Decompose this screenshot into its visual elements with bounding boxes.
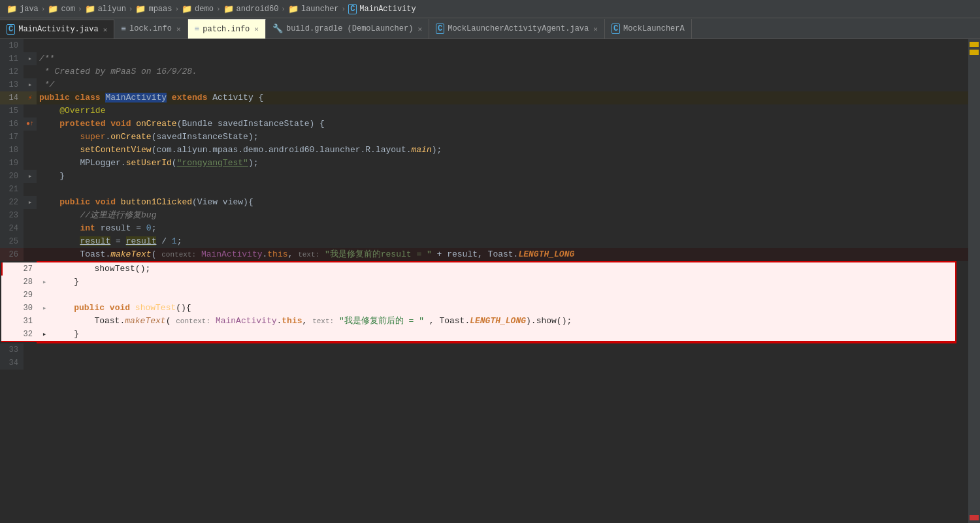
tab-close-button[interactable]: ✕ (417, 25, 422, 33)
tab-lockinfo[interactable]: ≡ lock.info ✕ (114, 19, 188, 39)
line-23: 23 //这里进行修复bug (0, 209, 968, 222)
scroll-marker-yellow (970, 42, 979, 47)
breadcrumb-android60[interactable]: android60 (237, 5, 279, 14)
tab-class-icon: C (612, 24, 620, 34)
line-12: 12 * Created by mPaaS on 16/9/28. (0, 65, 968, 78)
line-33: 33 (0, 343, 968, 357)
breadcrumb-aliyun[interactable]: aliyun (98, 5, 126, 14)
tab-buildgradle[interactable]: 🔧 build.gradle (DemoLauncher) ✕ (266, 19, 429, 39)
line-17: 17 super.onCreate(savedInstanceState); (0, 131, 968, 144)
editor-area: 10 11 ▸ /** 12 * Created by mPaaS on 16/… (0, 39, 968, 523)
tab-label: MockLauncherActivityAgent.java (448, 24, 589, 33)
folder-icon-6: 📁 (223, 4, 234, 14)
line-30: 30 ▸ public void showTest(){ (37, 302, 956, 315)
tab-mocklaunchera[interactable]: C MockLauncherA (605, 19, 692, 39)
line-13: 13 ▸ */ (0, 78, 968, 91)
line-20: 20 ▸ } (0, 170, 968, 183)
line-22: 22 ▸ public void button1Clicked(View vie… (0, 196, 968, 209)
line-15: 15 @Override (0, 104, 968, 118)
tab-close-button[interactable]: ✕ (254, 25, 259, 33)
line-16: 16 ●↑ protected void onCreate(Bundle sav… (0, 118, 968, 131)
line-34: 34 (0, 357, 968, 370)
folder-icon-3: 📁 (85, 4, 95, 14)
tab-class-icon: C (436, 24, 444, 34)
folder-icon-4: 📁 (135, 4, 146, 14)
breadcrumb-java[interactable]: java (20, 5, 39, 14)
tab-mainactivity[interactable]: C MainActivity.java ✕ (0, 20, 114, 39)
breadcrumb-mpaas[interactable]: mpaas (148, 5, 172, 14)
tab-label: MockLauncherA (623, 24, 685, 33)
line-31: 31 Toast.makeText( context: MainActivity… (37, 315, 956, 328)
line-27: 27 showTest(); (37, 261, 956, 276)
line-24: 24 int result = 0; (0, 222, 968, 235)
scroll-marker-yellow-2 (970, 50, 979, 55)
line-25: 25 result = result / 1; (0, 235, 968, 248)
tab-label: patch.info (203, 25, 250, 34)
breadcrumb-mainactivity[interactable]: MainActivity (359, 5, 416, 14)
breadcrumb-launcher[interactable]: launcher (301, 5, 339, 14)
folder-icon-2: 📁 (48, 4, 58, 14)
tab-bar: C MainActivity.java ✕ ≡ lock.info ✕ ≡ pa… (0, 18, 980, 39)
editor-layout: 10 11 ▸ /** 12 * Created by mPaaS on 16/… (0, 39, 980, 523)
tab-label: MainActivity.java (18, 25, 98, 34)
tab-close-button[interactable]: ✕ (103, 25, 108, 34)
line-29: 29 (37, 289, 956, 302)
line-26: 26 Toast.makeText( context: MainActivity… (0, 248, 968, 261)
tab-close-button[interactable]: ✕ (176, 25, 181, 33)
folder-icon-7: 📁 (288, 4, 299, 14)
breadcrumb: 📁 java › 📁 com › 📁 aliyun › 📁 mpaas › 📁 … (0, 0, 980, 18)
folder-icon-5: 📁 (182, 4, 192, 14)
line-28: 28 ▸ } (37, 276, 956, 289)
class-icon: C (348, 4, 357, 14)
folder-icon: 📁 (7, 4, 17, 14)
code-wrapper: 10 11 ▸ /** 12 * Created by mPaaS on 16/… (0, 39, 968, 523)
scrollbar-panel[interactable] (968, 39, 980, 523)
tab-class-icon: C (7, 24, 15, 35)
line-18: 18 setContentView(com.aliyun.mpaas.demo.… (0, 144, 968, 157)
tab-file-icon: ≡ (121, 24, 126, 34)
line-21: 21 (0, 183, 968, 196)
breadcrumb-demo[interactable]: demo (195, 5, 214, 14)
scroll-marker-red (970, 515, 979, 520)
tab-label: build.gradle (DemoLauncher) (286, 24, 413, 33)
line-19: 19 MPLogger.setUserId("rongyangTest"); (0, 157, 968, 170)
line-14: 14 ⚡ public class MainActivity extends A… (0, 91, 968, 104)
tab-mocklauncheragent[interactable]: C MockLauncherActivityAgent.java ✕ (429, 19, 605, 39)
tab-label: lock.info (129, 24, 172, 33)
line-10: 10 (0, 39, 968, 52)
line-32: 32 ▸ } (37, 328, 956, 343)
tab-patchinfo[interactable]: ≡ patch.info ✕ (188, 19, 266, 39)
tab-file-icon: ≡ (195, 24, 200, 34)
tab-close-button[interactable]: ✕ (593, 25, 598, 33)
line-11: 11 ▸ /** (0, 52, 968, 65)
tab-gradle-icon: 🔧 (272, 24, 283, 34)
breadcrumb-com[interactable]: com (61, 5, 75, 14)
